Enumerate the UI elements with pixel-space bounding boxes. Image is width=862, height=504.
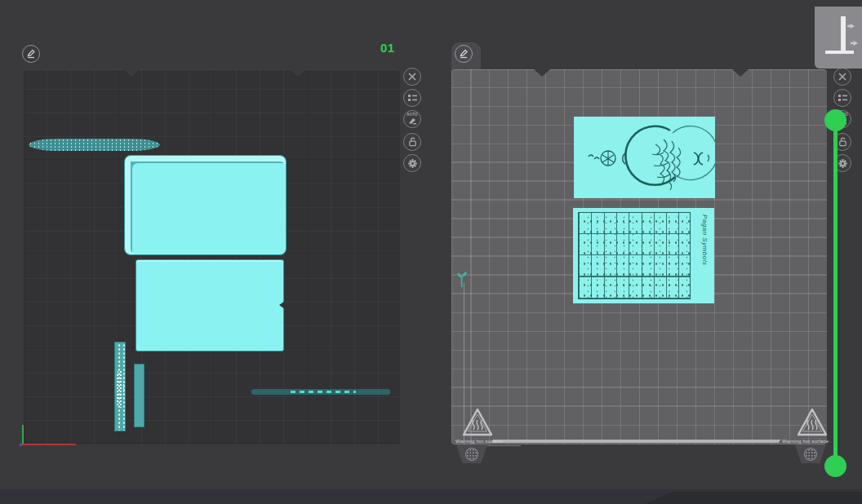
close-icon: [838, 73, 846, 81]
lock-icon: [838, 137, 847, 147]
lock-icon: [408, 137, 417, 147]
bed-logo-emblem: [465, 448, 478, 461]
plate-1-id-label: 01: [380, 41, 395, 55]
bed-corner-tab: [456, 444, 487, 463]
hot-surface-warning-label: Warning hot surface: [782, 439, 829, 444]
model-flat-plaque-edge[interactable]: [251, 389, 390, 395]
plate-1-edit-button[interactable]: [22, 45, 40, 63]
plate-config-button[interactable]: [403, 154, 421, 172]
hot-surface-warning-label: Warning hot surface: [455, 439, 502, 444]
gear-icon: [407, 158, 418, 169]
layer-range-slider-track[interactable]: [833, 121, 838, 466]
gear-icon: [838, 158, 848, 169]
plate-notch: [534, 69, 550, 77]
hot-surface-warning-icon: [461, 407, 494, 441]
model-thin-strip-2[interactable]: [134, 364, 144, 427]
bottom-right-wedge: [645, 492, 862, 504]
plate-settings-button[interactable]: [403, 89, 421, 107]
layer-range-slider-handle-top[interactable]: [824, 109, 846, 131]
slider-glyph-vertical-bar: [841, 16, 846, 54]
model-moon-artwork[interactable]: [574, 117, 715, 198]
list-icon: [838, 94, 847, 102]
model-box-lid[interactable]: [124, 155, 287, 255]
axis-origin-dot: [20, 444, 22, 446]
brush-icon: [408, 117, 417, 125]
auto-arrange-button[interactable]: AUTO: [403, 110, 421, 128]
slider-tooltip-panel: [815, 7, 862, 69]
delete-plate-button[interactable]: [403, 68, 421, 86]
bed-logo-emblem: [804, 448, 817, 461]
auto-arrange-label: AUTO: [404, 113, 420, 117]
plate-1-surface[interactable]: [23, 69, 400, 444]
plate-2-edit-button[interactable]: [455, 45, 473, 63]
slider-glyph-arrow: [851, 41, 858, 46]
plate-notch: [732, 69, 749, 77]
pencil-icon: [26, 49, 36, 59]
pencil-icon: [459, 49, 469, 59]
moon-artwork-drawing: [574, 117, 715, 198]
plate-notch: [290, 69, 306, 77]
model-thin-strip-1[interactable]: [114, 342, 126, 431]
slider-glyph-horizontal-bar: [825, 51, 854, 54]
symbols-table-title: Pagan Symbols: [701, 214, 709, 296]
hot-surface-warning-icon: [796, 407, 829, 441]
plate-settings-button[interactable]: [833, 89, 851, 107]
sprout-icon: [455, 271, 469, 291]
model-flat-sliver[interactable]: [29, 139, 160, 151]
close-icon: [408, 73, 416, 81]
list-icon: [408, 94, 417, 102]
symbols-grid: [578, 212, 691, 299]
model-box-base[interactable]: [136, 259, 284, 351]
plate-notch: [123, 69, 140, 77]
slider-glyph-arrow: [847, 24, 855, 29]
bed-front-edge: [491, 440, 780, 443]
layer-range-slider-handle-bottom[interactable]: [824, 455, 846, 477]
axis-x-indicator: [22, 444, 76, 445]
lock-plate-button[interactable]: [403, 133, 421, 151]
axis-y-indicator: [22, 425, 24, 445]
viewport-3d[interactable]: 01: [0, 0, 862, 504]
delete-plate-button[interactable]: [833, 68, 851, 86]
model-symbols-table[interactable]: Pagan Symbols: [573, 208, 714, 303]
model-edge-notch: [279, 301, 285, 309]
bed-corner-tab: [795, 444, 826, 463]
